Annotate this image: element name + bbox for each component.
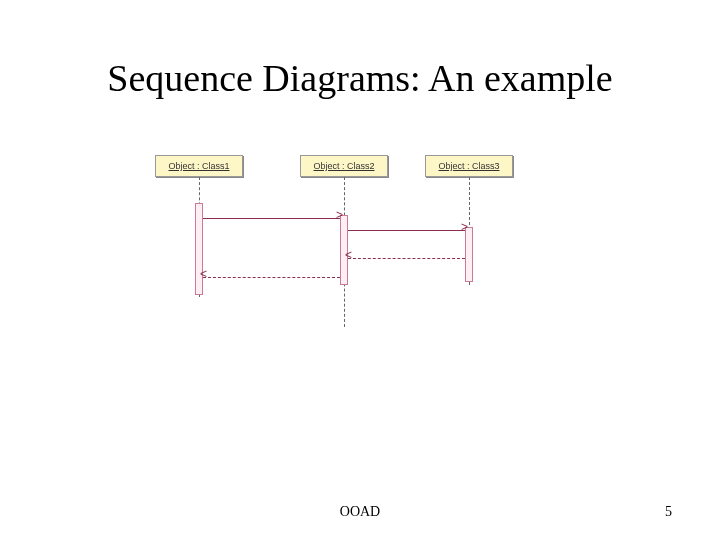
footer-label: OOAD bbox=[0, 504, 720, 520]
activation-bar-3 bbox=[465, 227, 473, 282]
slide: Sequence Diagrams: An example Object : C… bbox=[0, 0, 720, 540]
object-box-1: Object : Class1 bbox=[155, 155, 243, 177]
arrowhead-icon: < bbox=[200, 271, 207, 277]
slide-title: Sequence Diagrams: An example bbox=[0, 56, 720, 100]
message-2: > bbox=[348, 230, 465, 231]
page-number: 5 bbox=[665, 504, 672, 520]
message-3-return: < bbox=[348, 258, 465, 259]
arrowhead-icon: < bbox=[345, 252, 352, 258]
arrowhead-icon: > bbox=[336, 212, 343, 218]
message-4-return: < bbox=[203, 277, 340, 278]
object-box-2: Object : Class2 bbox=[300, 155, 388, 177]
activation-bar-1 bbox=[195, 203, 203, 295]
message-1: > bbox=[203, 218, 340, 219]
sequence-diagram: Object : Class1 Object : Class2 Object :… bbox=[155, 155, 525, 330]
arrowhead-icon: > bbox=[461, 224, 468, 230]
object-box-3: Object : Class3 bbox=[425, 155, 513, 177]
